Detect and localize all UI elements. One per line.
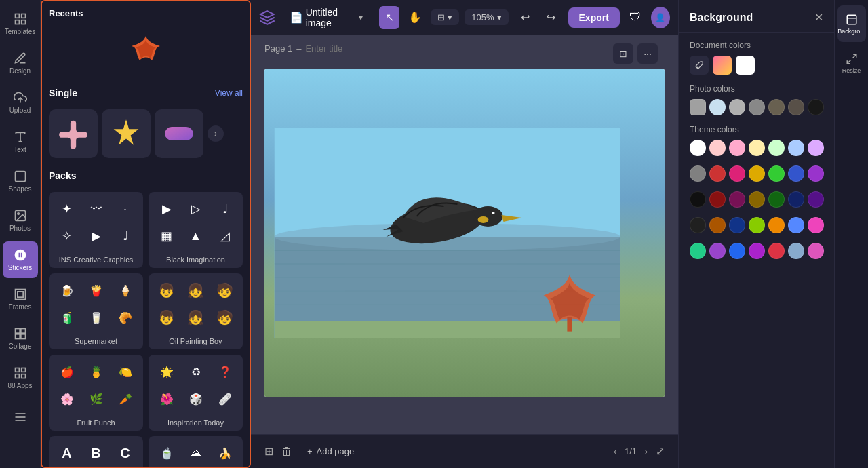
color-swatch[interactable]: [768, 217, 785, 233]
page-tools: ⊡ ···: [613, 43, 658, 64]
sidebar-item-more[interactable]: [3, 399, 38, 435]
user-avatar[interactable]: 👤: [651, 7, 670, 28]
color-swatch[interactable]: [709, 217, 726, 233]
theme-row-4: [690, 217, 823, 233]
color-swatch[interactable]: [690, 243, 706, 259]
color-swatch[interactable]: [729, 243, 745, 259]
color-swatch[interactable]: [768, 99, 785, 115]
sidebar-item-stickers[interactable]: Stickers: [3, 241, 38, 278]
expand-icon[interactable]: ⤢: [656, 445, 665, 458]
color-swatch[interactable]: [749, 191, 765, 208]
color-swatch[interactable]: [690, 165, 706, 182]
single-next-arrow[interactable]: ›: [208, 125, 224, 142]
page-title-input[interactable]: [305, 43, 419, 54]
sidebar-item-upload[interactable]: Upload: [3, 84, 38, 121]
color-swatch[interactable]: [690, 217, 706, 233]
color-swatch[interactable]: [749, 217, 765, 233]
color-swatch[interactable]: [788, 217, 804, 233]
sidebar-item-design[interactable]: Design: [3, 45, 38, 81]
pack-card-fruit-punch[interactable]: 🍎 🍍 🍋 🌸 🌿 🥕 Fruit Punch: [49, 355, 143, 431]
canvas-area[interactable]: Page 1 – ⊡ ···: [251, 35, 678, 434]
grid-view-icon[interactable]: ⊞: [264, 445, 273, 458]
recent-sticker-item[interactable]: [121, 28, 170, 77]
color-swatch[interactable]: [768, 243, 785, 259]
color-swatch[interactable]: [690, 99, 706, 115]
next-page-icon[interactable]: ›: [645, 446, 648, 456]
view-all-button[interactable]: View all: [215, 88, 243, 98]
color-swatch[interactable]: [749, 99, 765, 115]
view-options-button[interactable]: ⊞ ▾: [431, 9, 459, 25]
pack-card-juice-girl[interactable]: 🍵 ⛰ 🍌 🍵 🍇 🥝 juice girl: [149, 436, 243, 468]
pack-card-oil-painting[interactable]: 👦 👧 🧒 👦 👧 🧒 Oil Painting Boy: [149, 273, 243, 349]
tab-background[interactable]: Backgro...: [837, 5, 866, 42]
color-swatch[interactable]: [749, 165, 765, 182]
maple-leaf-sticker[interactable]: [529, 268, 610, 349]
color-swatch[interactable]: [729, 165, 745, 182]
color-swatch[interactable]: [768, 165, 785, 182]
sidebar-item-collage[interactable]: Collage: [3, 320, 38, 357]
color-swatch[interactable]: [729, 191, 745, 208]
color-swatch[interactable]: [788, 243, 804, 259]
color-swatch[interactable]: [729, 99, 745, 115]
undo-button[interactable]: ↩: [514, 6, 537, 29]
svg-point-38: [478, 216, 489, 223]
color-swatch[interactable]: [709, 99, 726, 115]
color-swatch[interactable]: [808, 243, 824, 259]
close-panel-button[interactable]: ✕: [814, 11, 823, 24]
color-swatch[interactable]: [709, 140, 726, 156]
select-tool-button[interactable]: ↖: [379, 6, 399, 29]
color-swatch[interactable]: [749, 243, 765, 259]
single-item-cross[interactable]: [49, 109, 98, 158]
zoom-button[interactable]: 105% ▾: [465, 9, 508, 25]
fit-page-button[interactable]: ⊡: [613, 43, 633, 64]
app-logo[interactable]: [259, 8, 276, 27]
eyedropper-button[interactable]: [690, 56, 709, 75]
document-title-button[interactable]: 📄 Untitled image ▾: [284, 4, 369, 31]
pack-card-go-hiking[interactable]: A B C D E F Go Hiking: [49, 436, 143, 468]
single-item-star[interactable]: [102, 109, 151, 158]
more-options-button[interactable]: ···: [637, 43, 658, 64]
color-swatch[interactable]: [808, 99, 824, 115]
color-swatch[interactable]: [788, 191, 804, 208]
color-swatch[interactable]: [709, 191, 726, 208]
delete-page-icon[interactable]: 🗑: [281, 446, 292, 458]
tab-resize[interactable]: Resize: [837, 45, 866, 81]
export-button[interactable]: Export: [568, 7, 620, 28]
color-swatch[interactable]: [729, 140, 745, 156]
color-swatch[interactable]: [729, 217, 745, 233]
single-item-pill[interactable]: [155, 109, 203, 158]
sidebar-item-templates[interactable]: Templates: [3, 5, 38, 42]
color-swatch[interactable]: [788, 99, 804, 115]
color-swatch[interactable]: [749, 140, 765, 156]
pack-card-inspiration-today[interactable]: 🌟 ♻ ❓ 🌺 🎲 🩹 Inspiration Today: [149, 355, 243, 431]
color-swatch[interactable]: [808, 191, 824, 208]
hand-tool-button[interactable]: ✋: [405, 6, 425, 29]
color-swatch[interactable]: [768, 191, 785, 208]
color-swatch[interactable]: [788, 140, 804, 156]
color-swatch[interactable]: [808, 165, 824, 182]
color-swatch[interactable]: [768, 140, 785, 156]
color-swatch[interactable]: [808, 217, 824, 233]
gradient-swatch[interactable]: [713, 56, 732, 75]
shield-icon[interactable]: 🛡: [625, 6, 646, 29]
sidebar-item-frames[interactable]: Frames: [3, 281, 38, 317]
pack-card-supermarket[interactable]: 🍺 🍟 🍦 🧃 🥛 🥐 Supermarket: [49, 273, 143, 349]
sidebar-item-photos[interactable]: Photos: [3, 202, 38, 239]
white-swatch[interactable]: [736, 56, 755, 75]
color-swatch[interactable]: [709, 165, 726, 182]
color-swatch[interactable]: [788, 165, 804, 182]
sidebar-item-apps[interactable]: 88 Apps: [3, 359, 38, 396]
sidebar-item-text[interactable]: Text: [3, 123, 38, 160]
svg-rect-15: [20, 334, 25, 339]
color-swatch[interactable]: [690, 140, 706, 156]
pack-card-black-imagination[interactable]: ▶ ▷ ♩ ▦ ▲ ◿ Black Imagination: [149, 192, 243, 268]
add-page-button[interactable]: + Add page: [300, 444, 361, 459]
sidebar-item-shapes[interactable]: Shapes: [3, 163, 38, 199]
pack-card-ins-creative[interactable]: ✦ 〰 · ✧ ▶ ♩ INS Creative Graphics: [49, 192, 143, 268]
color-swatch[interactable]: [808, 140, 824, 156]
color-swatch[interactable]: [709, 243, 726, 259]
prev-page-icon[interactable]: ‹: [614, 446, 616, 456]
background-panel-body: Document colors Photo colors Theme color…: [679, 33, 834, 277]
redo-button[interactable]: ↪: [540, 6, 563, 29]
color-swatch[interactable]: [690, 191, 706, 208]
